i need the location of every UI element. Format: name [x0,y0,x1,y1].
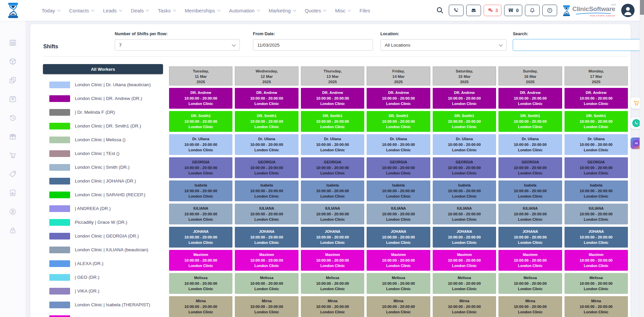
shift-card[interactable]: Maximm10:00:00 - 20:00:00London Clinic [433,250,496,271]
shift-card[interactable]: JOHANA10:00:00 - 20:00:00London Clinic [367,227,430,248]
shift-card[interactable]: Mirna10:00:00 - 20:00:00London Clinic [301,296,364,317]
brand-logo[interactable]: .com ClinicSoftware TEN STEPS AHEAD [562,4,615,17]
shift-card[interactable]: Mirna10:00:00 - 20:00:00London Clinic [367,296,430,317]
worker-row[interactable]: London Clinic | Dr. Uliana (beautician) [43,78,163,92]
shift-card[interactable]: Melissa10:00:00 - 20:00:00London Clinic [498,273,562,294]
shift-card[interactable]: DR. Andrew10:00:00 - 20:00:00London Clin… [433,88,496,109]
shift-card[interactable]: DR. Smith110:00:00 - 20:00:00London Clin… [367,111,430,132]
shift-card[interactable]: IULIANA10:00:00 - 20:00:00London Clinic [169,204,232,224]
scrollbar-thumb[interactable] [640,0,644,15]
shift-card[interactable]: Melissa10:00:00 - 20:00:00London Clinic [565,273,628,294]
all-workers-button[interactable]: All Workers [43,64,163,74]
shift-card[interactable]: Maximm10:00:00 - 20:00:00London Clinic [235,250,298,271]
nav-item-tasks[interactable]: Tasks [158,8,175,13]
worker-row[interactable]: London Clinic | Smith (DR.) [43,160,163,174]
shift-card[interactable]: Maximm10:00:00 - 20:00:00London Clinic [367,250,430,271]
shift-card[interactable]: GEORGIA10:00:00 - 20:00:00London Clinic [367,157,430,178]
worker-row[interactable]: | ALEXA (DR.) [43,257,163,270]
shift-card[interactable]: GEORGIA10:00:00 - 20:00:00London Clinic [235,157,298,178]
shift-card[interactable]: DR. Smith110:00:00 - 20:00:00London Clin… [301,111,364,132]
calendar-download-icon[interactable] [9,95,17,103]
history-icon[interactable] [9,114,17,122]
shift-card[interactable]: Dr. Uliana10:00:00 - 20:00:00London Clin… [433,134,496,155]
shift-card[interactable]: Maximm10:00:00 - 20:00:00London Clinic [169,250,232,271]
shift-card[interactable]: Mirna10:00:00 - 20:00:00London Clinic [565,296,628,317]
package-icon[interactable] [9,57,17,65]
shift-card[interactable]: Dr. Uliana10:00:00 - 20:00:00London Clin… [498,134,562,155]
shift-card[interactable]: DR. Smith110:00:00 - 20:00:00London Clin… [433,111,496,132]
shift-card[interactable]: IULIANA10:00:00 - 20:00:00London Clinic [433,204,496,224]
from-date-input[interactable] [253,39,373,51]
shift-card[interactable]: IULIANA10:00:00 - 20:00:00London Clinic [565,204,628,224]
worker-row[interactable]: London Clinic | GEORGIA (DR.) [43,229,163,243]
shift-card[interactable]: Mirna10:00:00 - 20:00:00London Clinic [498,296,562,317]
shift-card[interactable]: Isabela10:00:00 - 20:00:00London Clinic [498,180,562,201]
nav-item-today[interactable]: Today [42,8,60,13]
lock-icon[interactable] [9,226,17,234]
shift-card[interactable]: Dr. Uliana10:00:00 - 20:00:00London Clin… [235,134,298,155]
worker-row[interactable]: Piccadilly | Grace W (DR.) [43,215,163,229]
shift-card[interactable]: DR. Andrew10:00:00 - 20:00:00London Clin… [301,88,364,109]
avatar[interactable] [621,4,635,17]
worker-row[interactable]: London Clinic | TEst () [43,147,163,160]
shift-card[interactable]: JOHANA10:00:00 - 20:00:00London Clinic [169,227,232,248]
shift-card[interactable]: IULIANA10:00:00 - 20:00:00London Clinic [301,204,364,224]
worker-row[interactable]: London Clinic | DR. Smith1 (DR.) [43,119,163,133]
shift-card[interactable]: GEORGIA10:00:00 - 20:00:00London Clinic [169,157,232,178]
shift-card[interactable]: DR. Andrew10:00:00 - 20:00:00London Clin… [235,88,298,109]
shift-card[interactable]: Isabela10:00:00 - 20:00:00London Clinic [169,180,232,201]
shift-card[interactable]: GEORGIA10:00:00 - 20:00:00London Clinic [498,157,562,178]
shift-card[interactable]: Isabela10:00:00 - 20:00:00London Clinic [565,180,628,201]
worker-row[interactable]: London Clinic | DR. Andrew (DR.) [43,92,163,105]
nav-item-misc[interactable]: Misc [335,8,351,13]
shift-card[interactable]: JOHANA10:00:00 - 20:00:00London Clinic [498,227,562,248]
worker-row[interactable]: London Clinic | Maximm (THERAPIST) [43,312,163,317]
worker-row[interactable]: London Clinic | SARAHD (RECEP.) [43,188,163,202]
shift-card[interactable]: Dr. Uliana10:00:00 - 20:00:00London Clin… [169,134,232,155]
shift-card[interactable]: GEORGIA10:00:00 - 20:00:00London Clinic [301,157,364,178]
nav-item-contacts[interactable]: Contacts [69,8,94,13]
shift-card[interactable]: IULIANA10:00:00 - 20:00:00London Clinic [498,204,562,224]
shift-card[interactable]: Dr. Uliana10:00:00 - 20:00:00London Clin… [367,134,430,155]
shift-card[interactable]: Dr. Uliana10:00:00 - 20:00:00London Clin… [301,134,364,155]
shift-card[interactable]: DR. Smith110:00:00 - 20:00:00London Clin… [169,111,232,132]
shift-card[interactable]: Maximm10:00:00 - 20:00:00London Clinic [498,250,562,271]
shifts-per-row-select[interactable]: 7 [115,39,240,51]
report-icon[interactable] [9,189,17,197]
cart-icon[interactable] [9,151,17,159]
shift-card[interactable]: IULIANA10:00:00 - 20:00:00London Clinic [367,204,430,224]
shift-card[interactable]: Melissa10:00:00 - 20:00:00London Clinic [433,273,496,294]
nav-item-leads[interactable]: Leads [103,8,122,13]
shift-card[interactable]: Isabela10:00:00 - 20:00:00London Clinic [367,180,430,201]
phone-button[interactable] [449,5,464,16]
shift-card[interactable]: Maximm10:00:00 - 20:00:00London Clinic [301,250,364,271]
price-tag-icon[interactable] [9,170,17,178]
shift-card[interactable]: Melissa10:00:00 - 20:00:00London Clinic [169,273,232,294]
shift-card[interactable]: Mirna10:00:00 - 20:00:00London Clinic [235,296,298,317]
page-scrollbar[interactable] [640,0,644,317]
nav-item-files[interactable]: Files [360,8,370,13]
shift-card[interactable]: IULIANA10:00:00 - 20:00:00London Clinic [235,204,298,224]
shift-card[interactable]: JOHANA10:00:00 - 20:00:00London Clinic [433,227,496,248]
shift-card[interactable]: JOHANA10:00:00 - 20:00:00London Clinic [235,227,298,248]
worker-row[interactable]: London Clinic | Melissa () [43,133,163,147]
calendar-icon[interactable]: 12 [9,39,17,47]
shift-card[interactable]: Mirna10:00:00 - 20:00:00London Clinic [169,296,232,317]
shift-card[interactable]: Isabela10:00:00 - 20:00:00London Clinic [433,180,496,201]
shift-card[interactable]: DR. Smith110:00:00 - 20:00:00London Clin… [498,111,562,132]
shift-card[interactable]: Isabela10:00:00 - 20:00:00London Clinic [235,180,298,201]
worker-row[interactable]: | VIKA (DR.) [43,284,163,298]
chat-button[interactable]: 3 [484,5,502,16]
notifications-button[interactable] [525,5,540,16]
nav-item-memberships[interactable]: Memberships [185,8,220,13]
shift-card[interactable]: Mirna10:00:00 - 20:00:00London Clinic [433,296,496,317]
shift-card[interactable]: Isabela10:00:00 - 20:00:00London Clinic [301,180,364,201]
help-button[interactable]: ? [542,5,557,16]
worker-row[interactable]: | Dr. Melinda F (DR) [43,105,163,119]
nav-item-quotes[interactable]: Quotes [305,8,326,13]
shift-card[interactable]: GEORGIA10:00:00 - 20:00:00London Clinic [565,157,628,178]
shift-card[interactable]: DR. Smith110:00:00 - 20:00:00London Clin… [235,111,298,132]
shift-card[interactable]: Dr. Uliana10:00:00 - 20:00:00London Clin… [565,134,628,155]
shift-card[interactable]: DR. Andrew10:00:00 - 20:00:00London Clin… [169,88,232,109]
shift-card[interactable]: DR. Smith110:00:00 - 20:00:00London Clin… [565,111,628,132]
